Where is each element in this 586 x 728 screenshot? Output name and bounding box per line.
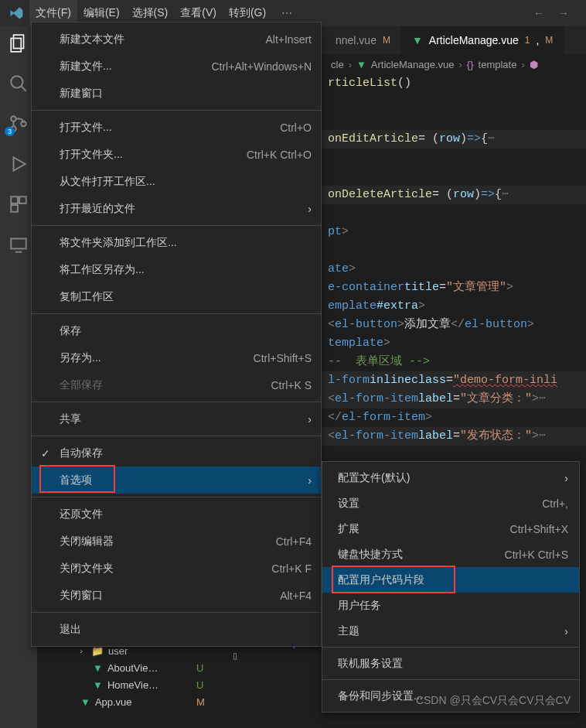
menu-item[interactable]: 另存为...Ctrl+Shift+S bbox=[32, 344, 321, 371]
menu-item-label: 新建文件... bbox=[60, 60, 112, 73]
menu-item[interactable]: 新建文件...Ctrl+Alt+Windows+N bbox=[32, 53, 321, 80]
braces-icon: {} bbox=[467, 59, 474, 70]
tab-left[interactable]: nnel.vue M bbox=[325, 26, 401, 54]
svg-rect-7 bbox=[19, 197, 26, 203]
file-name: App.vue bbox=[95, 696, 132, 708]
code-text: onDeleteArticle bbox=[328, 186, 432, 204]
menu-item[interactable]: 复制工作区 bbox=[32, 283, 321, 310]
tree-file[interactable]: ▼ HomeVie… U bbox=[46, 676, 209, 693]
menu-item-label: 全部保存 bbox=[60, 378, 103, 392]
code-text: onEditArticle bbox=[328, 130, 418, 149]
menu-item-label: 关闭编辑器 bbox=[60, 535, 114, 549]
menu-separator bbox=[32, 225, 321, 226]
menu-shortcut: Ctrl+Alt+Windows+N bbox=[211, 60, 312, 73]
menu-item[interactable]: 共享› bbox=[32, 405, 321, 432]
menu-item-label: 新建文本文件 bbox=[60, 32, 124, 46]
menu-item[interactable]: 将工作区另存为... bbox=[32, 256, 321, 283]
tree-file[interactable]: ▼ AboutVie… U bbox=[46, 659, 209, 676]
code-text: row bbox=[439, 130, 460, 149]
submenu-item[interactable]: 键盘快捷方式Ctrl+K Ctrl+S bbox=[322, 542, 579, 567]
menu-item[interactable]: 新建窗口 bbox=[32, 80, 321, 107]
menu-item[interactable]: 首选项› bbox=[32, 467, 321, 494]
explorer-icon[interactable] bbox=[8, 32, 29, 54]
submenu-item[interactable]: 扩展Ctrl+Shift+X bbox=[322, 516, 579, 542]
menu-item[interactable]: ✓自动保存 bbox=[32, 439, 321, 467]
search-icon[interactable] bbox=[8, 73, 29, 94]
menu-item-label: 关闭窗口 bbox=[60, 589, 103, 603]
submenu-item[interactable]: 用户任务 bbox=[322, 593, 579, 618]
vue-icon: ▼ bbox=[93, 679, 103, 691]
extensions-icon[interactable] bbox=[8, 193, 29, 215]
menu-item-label: 复制工作区 bbox=[60, 290, 114, 304]
menu-item[interactable]: 从文件打开工作区... bbox=[32, 168, 321, 195]
file-name: AboutVie… bbox=[107, 662, 158, 674]
menu-item-label: 新建窗口 bbox=[60, 87, 103, 101]
submenu-item[interactable]: 配置用户代码片段 bbox=[322, 567, 579, 593]
chevron-right-icon: › bbox=[521, 59, 524, 70]
menu-shortcut: Ctrl+K Ctrl+S bbox=[505, 549, 568, 561]
check-icon: ✓ bbox=[41, 447, 50, 460]
menu-item[interactable]: 保存 bbox=[32, 317, 321, 344]
submenu-item[interactable]: 设置Ctrl+, bbox=[322, 490, 579, 516]
menu-item[interactable]: 新建文本文件Alt+Insert bbox=[32, 26, 321, 53]
menu-item-label: 备份和同步设置... bbox=[338, 689, 423, 703]
chevron-right-icon: › bbox=[76, 646, 87, 655]
menu-item-label: 扩展 bbox=[338, 522, 359, 536]
svg-rect-8 bbox=[11, 205, 18, 212]
menu-item[interactable]: 打开文件夹...Ctrl+K Ctrl+O bbox=[32, 141, 321, 168]
menu-shortcut: Alt+F4 bbox=[280, 590, 312, 602]
svg-point-2 bbox=[11, 76, 22, 87]
menu-separator bbox=[32, 497, 321, 497]
menu-shortcut: Ctrl+O bbox=[280, 121, 312, 134]
vue-icon: ▼ bbox=[93, 662, 103, 674]
modified-badge: M bbox=[545, 35, 553, 46]
run-debug-icon[interactable] bbox=[8, 153, 29, 175]
nav-forward-icon[interactable]: → bbox=[558, 7, 569, 19]
menu-item-label: 另存为... bbox=[60, 351, 101, 365]
menu-item-label: 还原文件 bbox=[60, 508, 103, 521]
menu-separator bbox=[322, 679, 579, 680]
menu-item[interactable]: 打开最近的文件› bbox=[32, 195, 321, 222]
menu-item[interactable]: 将文件夹添加到工作区... bbox=[32, 229, 321, 256]
menu-item-label: 退出 bbox=[60, 623, 81, 637]
remote-icon[interactable] bbox=[8, 234, 29, 255]
tree-file[interactable]: ▼ App.vue M bbox=[46, 693, 209, 710]
problems-badge: 1 bbox=[525, 35, 530, 46]
menu-item[interactable]: 退出 bbox=[32, 616, 321, 643]
modified-badge: M bbox=[383, 35, 390, 46]
explorer-tree[interactable]: › 📁 user ▼ AboutVie… U ▼ HomeVie… U ▼ Ap… bbox=[46, 642, 209, 710]
vscode-logo bbox=[3, 0, 29, 26]
menu-item[interactable]: 关闭编辑器Ctrl+F4 bbox=[32, 528, 321, 555]
breadcrumb-part: ArticleManage.vue bbox=[371, 59, 455, 70]
code-text: "发布状态：" bbox=[460, 427, 532, 446]
preferences-submenu: 配置文件(默认)›设置Ctrl+,扩展Ctrl+Shift+X键盘快捷方式Ctr… bbox=[322, 461, 580, 713]
menu-item[interactable]: 关闭文件夹Ctrl+K F bbox=[32, 555, 321, 582]
svg-rect-9 bbox=[11, 238, 26, 248]
menu-shortcut: Ctrl+K F bbox=[271, 562, 312, 575]
menu-item[interactable]: 还原文件 bbox=[32, 501, 321, 528]
chevron-right-icon: › bbox=[459, 59, 462, 70]
menu-item-label: 主题 bbox=[338, 624, 359, 638]
menu-overflow-icon[interactable]: ⋯ bbox=[272, 7, 302, 19]
modified-label: , bbox=[536, 34, 539, 46]
submenu-item[interactable]: 主题› bbox=[322, 618, 579, 644]
scm-badge: 3 bbox=[5, 127, 15, 136]
submenu-item[interactable]: 联机服务设置 bbox=[322, 651, 579, 676]
chevron-right-icon: › bbox=[308, 474, 312, 487]
menu-separator bbox=[322, 647, 579, 648]
tab-label: ArticleManage.vue bbox=[429, 34, 519, 46]
menu-item-label: 将工作区另存为... bbox=[60, 263, 145, 277]
menu-item-label: 打开最近的文件 bbox=[60, 202, 135, 216]
menu-item-label: 从文件打开工作区... bbox=[60, 175, 155, 189]
menu-separator bbox=[32, 612, 321, 613]
submenu-item[interactable]: 配置文件(默认)› bbox=[322, 465, 579, 490]
symbol-icon: ⬢ bbox=[530, 59, 538, 70]
source-control-icon[interactable]: 3 bbox=[8, 113, 29, 135]
menu-item[interactable]: 关闭窗口Alt+F4 bbox=[32, 582, 321, 609]
menu-item[interactable]: 打开文件...Ctrl+O bbox=[32, 114, 321, 141]
svg-point-3 bbox=[11, 116, 16, 121]
nav-back-icon[interactable]: ← bbox=[533, 7, 544, 19]
tab-article-manage[interactable]: ▼ ArticleManage.vue 1 , M bbox=[401, 26, 564, 54]
menu-item[interactable]: 全部保存Ctrl+K S bbox=[32, 371, 321, 398]
menu-shortcut: Ctrl+K Ctrl+O bbox=[247, 149, 312, 161]
